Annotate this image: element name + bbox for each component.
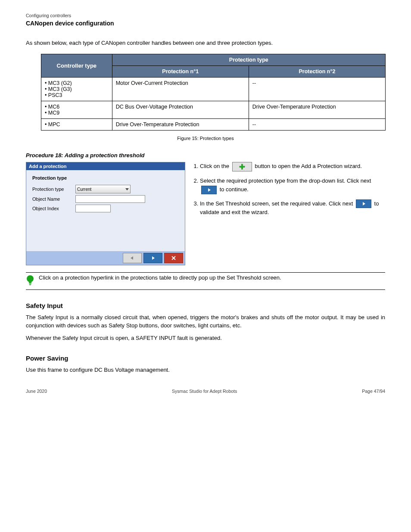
intro-text: As shown below, each type of CANopen con… <box>26 40 385 46</box>
step-3: In the Set Threshold screen, set the req… <box>200 199 385 217</box>
svg-marker-0 <box>131 256 133 260</box>
wizard-next-button[interactable] <box>143 253 162 263</box>
cell-p1: Motor Over-Current Protection <box>112 78 249 101</box>
wizard-close-button[interactable] <box>164 253 183 263</box>
object-name-input[interactable] <box>75 195 145 203</box>
cell-p2: -- <box>249 78 385 101</box>
svg-rect-7 <box>29 282 31 283</box>
triangle-right-icon <box>207 188 211 192</box>
protection-type-select[interactable]: Current <box>75 185 131 193</box>
next-button-inline[interactable] <box>201 186 217 194</box>
wizard-label-object-index: Object Index <box>32 206 75 211</box>
page-footer: June 2020 Sysmac Studio for Adept Robots… <box>26 389 385 394</box>
footer-right: Page 47/94 <box>362 389 385 394</box>
tip-text: Click on a protection hyperlink in the p… <box>39 274 281 281</box>
protection-table: Controller type Protection type Protecti… <box>41 54 386 131</box>
cell-p2: Drive Over-Temperature Protection <box>249 101 385 119</box>
footer-left: June 2020 <box>26 389 47 394</box>
svg-marker-1 <box>152 256 155 260</box>
wizard-label-protection-type: Protection type <box>32 187 75 192</box>
svg-marker-4 <box>208 188 211 192</box>
lightbulb-icon <box>26 274 34 288</box>
table-row: • MC6 • MC9 DC Bus Over-Voltage Protecti… <box>41 101 386 119</box>
add-button[interactable] <box>232 162 252 171</box>
step-2: Select the required protection type from… <box>200 177 385 194</box>
procedure-title: Procedure 18: Adding a protection thresh… <box>26 152 385 159</box>
cell-type: • MPC <box>41 119 112 131</box>
step1-text-b: button to open the Add a Protection wiza… <box>255 163 362 169</box>
triangle-left-icon <box>130 256 134 260</box>
safety-input-p1: The Safety Input is a normally closed ci… <box>26 314 385 330</box>
separator <box>26 289 385 290</box>
step-1: Click on the button to open the Add a Pr… <box>200 162 385 171</box>
th-p2: Protection n°2 <box>249 66 385 78</box>
wizard-titlebar: Add a protection <box>26 162 185 170</box>
step2-text-a: Select the required protection type from… <box>200 177 371 184</box>
procedure-steps: Click on the button to open the Add a Pr… <box>192 162 385 222</box>
step3-text-a: In the Set Threshold screen, set the req… <box>200 200 355 207</box>
safety-input-heading: Safety Input <box>26 302 385 309</box>
th-p1: Protection n°1 <box>112 66 249 78</box>
cell-p1: DC Bus Over-Voltage Protection <box>112 101 249 119</box>
svg-point-6 <box>27 275 34 282</box>
table-row: • MPC Drive Over-Temperature Protection … <box>41 119 386 131</box>
safety-input-p2: Whenever the Safety Input circuit is ope… <box>26 334 385 342</box>
wizard-prev-button[interactable] <box>123 253 142 263</box>
close-icon <box>171 256 176 260</box>
table-caption: Figure 15: Protection types <box>26 136 385 141</box>
table-row: • MC3 (G2) • MC3 (G3) • PSC3 Motor Over-… <box>41 78 386 101</box>
power-saving-heading: Power Saving <box>26 355 385 362</box>
separator <box>26 272 385 273</box>
cell-p2: -- <box>249 119 385 131</box>
triangle-right-icon <box>151 256 155 260</box>
wizard-subtitle: Protection type <box>32 175 179 180</box>
svg-marker-5 <box>363 202 365 205</box>
cell-type: • MC3 (G2) • MC3 (G3) • PSC3 <box>41 78 112 101</box>
wizard-window: Add a protection Protection type Protect… <box>26 162 185 265</box>
chevron-down-icon <box>125 188 129 190</box>
triangle-right-icon <box>361 202 366 206</box>
th-protection-type: Protection type <box>112 54 385 66</box>
object-index-input[interactable] <box>75 205 111 212</box>
doc-header-line: Configuring controllers <box>26 13 385 18</box>
wizard-label-object-name: Object Name <box>32 196 75 202</box>
protection-type-select-value: Current <box>77 187 91 192</box>
tip-block: Click on a protection hyperlink in the p… <box>26 274 385 288</box>
cell-type: • MC6 • MC9 <box>41 101 112 119</box>
plus-icon <box>239 164 245 170</box>
section-header-line: CANopen device configuration <box>26 20 385 27</box>
svg-rect-3 <box>240 166 245 168</box>
cell-p1: Drive Over-Temperature Protection <box>112 119 249 131</box>
svg-rect-8 <box>29 283 31 284</box>
footer-center: Sysmac Studio for Adept Robots <box>172 389 237 394</box>
step2-text-b: to continue. <box>220 186 249 193</box>
power-saving-p1: Use this frame to configure DC Bus Volta… <box>26 366 385 374</box>
next-button-inline[interactable] <box>356 199 371 208</box>
step1-text-a: Click on the <box>200 163 231 169</box>
th-controller-type: Controller type <box>41 54 112 78</box>
svg-rect-9 <box>29 285 31 286</box>
